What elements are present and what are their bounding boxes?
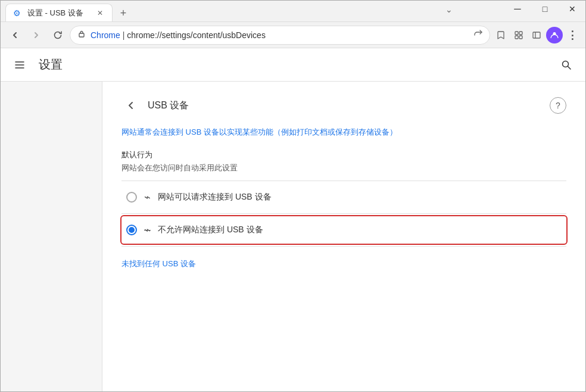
usb-block-text: 不允许网站连接到 USB 设备 bbox=[158, 225, 263, 235]
profile-button[interactable] bbox=[546, 27, 563, 43]
active-tab[interactable]: ⚙ 设置 - USB 设备 ✕ bbox=[5, 4, 113, 21]
usb-icon-allow: ⌁ bbox=[144, 191, 151, 204]
toolbar-actions: ⋮ bbox=[493, 27, 581, 43]
svg-line-12 bbox=[568, 66, 571, 69]
svg-rect-4 bbox=[519, 36, 522, 39]
more-button[interactable]: ⋮ bbox=[564, 27, 581, 43]
extension-button[interactable] bbox=[510, 27, 527, 43]
svg-rect-1 bbox=[515, 32, 518, 35]
minimize-small[interactable]: ⌄ bbox=[443, 4, 455, 15]
main-layout: USB 设备 ? 网站通常会连接到 USB 设备以实现某些功能（例如打印文档或保… bbox=[1, 82, 585, 391]
help-button[interactable]: ? bbox=[550, 97, 566, 114]
browser-window: ⚙ 设置 - USB 设备 ✕ + ─ □ ✕ ⌄ bbox=[0, 0, 586, 392]
tab-area: ⚙ 设置 - USB 设备 ✕ + bbox=[5, 1, 581, 21]
tab-title: 设置 - USB 设备 bbox=[27, 8, 83, 18]
extra-controls: ⌄ bbox=[443, 4, 455, 15]
hamburger-button[interactable] bbox=[10, 55, 29, 74]
page-header-left: USB 设备 bbox=[121, 96, 189, 115]
usb-icon-block: ⌁ bbox=[144, 223, 151, 237]
address-bar[interactable]: Chrome | chrome://settings/content/usbDe… bbox=[70, 26, 490, 45]
usb-description[interactable]: 网站通常会连接到 USB 设备以实现某些功能（例如打印文档或保存到存储设备） bbox=[121, 127, 566, 138]
usb-page-title: USB 设备 bbox=[148, 99, 189, 112]
page-content: 设置 USB 设备 ? bbox=[1, 48, 585, 391]
usb-allow-option[interactable]: ⌁ 网站可以请求连接到 USB 设备 bbox=[121, 183, 566, 211]
usb-block-option[interactable]: ⌁ 不允许网站连接到 USB 设备 bbox=[121, 216, 566, 244]
tab-favicon: ⚙ bbox=[13, 8, 23, 18]
svg-rect-0 bbox=[79, 33, 84, 37]
divider-top bbox=[121, 181, 566, 181]
divider-bottom bbox=[121, 246, 566, 247]
lock-icon bbox=[77, 30, 86, 40]
default-behavior-label: 默认行为 bbox=[121, 150, 566, 160]
url-text: Chrome | chrome://settings/content/usbDe… bbox=[91, 30, 469, 40]
svg-rect-5 bbox=[533, 32, 540, 38]
svg-rect-3 bbox=[515, 36, 518, 39]
settings-sidebar bbox=[1, 82, 102, 391]
usb-back-button[interactable] bbox=[121, 96, 141, 115]
svg-rect-2 bbox=[519, 32, 522, 35]
usb-allow-text: 网站可以请求连接到 USB 设备 bbox=[158, 192, 272, 203]
titlebar: ⚙ 设置 - USB 设备 ✕ + ─ □ ✕ ⌄ bbox=[1, 1, 585, 22]
bookmark-button[interactable] bbox=[493, 27, 509, 43]
window-controls: ─ □ ✕ bbox=[504, 0, 586, 18]
empty-usb-label[interactable]: 未找到任何 USB 设备 bbox=[121, 259, 566, 269]
content-area: USB 设备 ? 网站通常会连接到 USB 设备以实现某些功能（例如打印文档或保… bbox=[102, 82, 585, 391]
search-settings-button[interactable] bbox=[557, 55, 576, 74]
settings-page-title: 设置 bbox=[39, 57, 547, 73]
url-path: chrome://settings/content/usbDevices bbox=[127, 30, 266, 40]
sidebar-toggle-button[interactable] bbox=[528, 27, 545, 43]
forward-button[interactable] bbox=[27, 26, 46, 45]
new-tab-button[interactable]: + bbox=[115, 5, 132, 21]
url-separator: | bbox=[120, 30, 127, 40]
reload-button[interactable] bbox=[48, 26, 67, 45]
settings-header: 设置 bbox=[1, 48, 585, 82]
tab-close-button[interactable]: ✕ bbox=[95, 8, 105, 18]
close-button[interactable]: ✕ bbox=[559, 0, 586, 18]
usb-block-radio[interactable] bbox=[126, 225, 137, 235]
navigation-toolbar: Chrome | chrome://settings/content/usbDe… bbox=[1, 22, 585, 48]
maximize-button[interactable]: □ bbox=[531, 0, 559, 18]
back-button[interactable] bbox=[5, 26, 24, 45]
usb-allow-radio[interactable] bbox=[126, 192, 137, 203]
minimize-button[interactable]: ─ bbox=[504, 0, 531, 18]
default-behavior-sub: 网站会在您访问时自动采用此设置 bbox=[121, 163, 566, 173]
url-source: Chrome bbox=[91, 30, 120, 40]
divider-middle bbox=[121, 213, 566, 214]
share-icon[interactable] bbox=[474, 30, 482, 40]
usb-page-header: USB 设备 ? bbox=[121, 96, 566, 115]
